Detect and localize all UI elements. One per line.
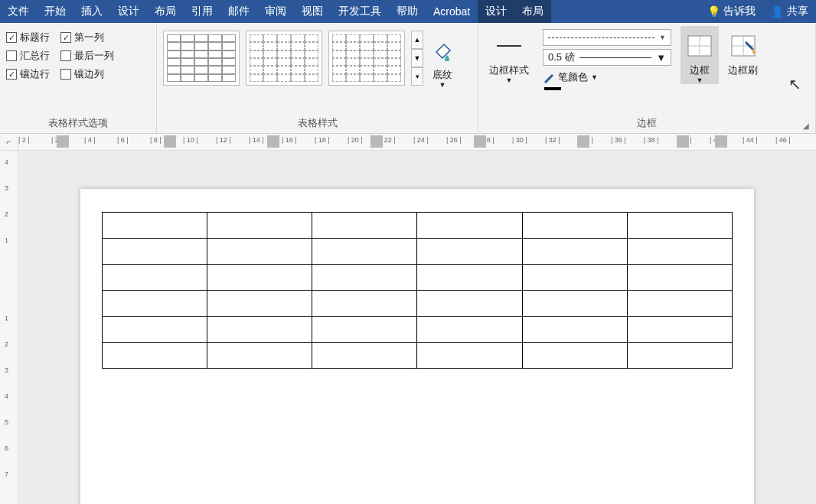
table-cell[interactable] (627, 265, 732, 291)
gallery-scroll-up[interactable]: ▲ (411, 31, 423, 49)
table-cell[interactable] (312, 343, 417, 369)
table-cell[interactable] (312, 239, 417, 265)
table-cell[interactable] (417, 213, 522, 239)
line-weight-select[interactable]: 0.5 磅 ▼ (543, 49, 671, 66)
gallery-more[interactable]: ▾ (411, 67, 423, 86)
line-style-select[interactable]: ▼ (543, 29, 671, 46)
table-row[interactable] (103, 343, 733, 369)
document-scroll-area[interactable] (18, 151, 816, 504)
table-cell[interactable] (103, 265, 207, 291)
check-total-row[interactable]: 汇总行 (6, 49, 50, 63)
column-marker[interactable] (370, 135, 383, 148)
table-row[interactable] (103, 213, 733, 239)
ruler-tick: | 4 | (84, 136, 96, 144)
table-cell[interactable] (627, 343, 732, 369)
table-cell[interactable] (207, 239, 312, 265)
tab-home[interactable]: 开始 (37, 0, 73, 23)
table-row[interactable] (103, 265, 733, 291)
table-cell[interactable] (207, 343, 312, 369)
share-button[interactable]: 👤 共享 (763, 0, 816, 23)
document-page[interactable] (80, 189, 754, 504)
column-marker[interactable] (715, 135, 727, 148)
table-cell[interactable] (522, 343, 627, 369)
check-banded-columns[interactable]: 镶边列 (60, 67, 104, 81)
tell-me[interactable]: 💡 告诉我 (700, 0, 763, 23)
table-cell[interactable] (207, 213, 312, 239)
table-cell[interactable] (103, 291, 207, 317)
table-cell[interactable] (312, 317, 417, 343)
table-cell[interactable] (417, 239, 522, 265)
table-row[interactable] (103, 317, 733, 343)
table-cell[interactable] (207, 291, 312, 317)
check-first-column[interactable]: ✓ 第一列 (60, 31, 104, 44)
ruler-tick: 6 (5, 444, 8, 452)
table-cell[interactable] (103, 317, 207, 343)
check-banded-rows[interactable]: ✓ 镶边行 (6, 67, 50, 81)
table-cell[interactable] (522, 239, 627, 265)
ruler-tick: 2 (5, 210, 8, 218)
check-header-row[interactable]: ✓ 标题行 (6, 31, 50, 44)
table-cell[interactable] (417, 291, 522, 317)
table-cell[interactable] (417, 317, 522, 343)
tab-developer[interactable]: 开发工具 (331, 0, 389, 23)
tab-review[interactable]: 审阅 (257, 0, 294, 23)
table-cell[interactable] (522, 265, 627, 291)
table-cell[interactable] (103, 343, 207, 369)
table-cell[interactable] (103, 213, 207, 239)
tab-help[interactable]: 帮助 (389, 0, 426, 23)
table-cell[interactable] (522, 291, 627, 317)
table-cell[interactable] (627, 291, 732, 317)
tab-design[interactable]: 设计 (110, 0, 147, 23)
table-cell[interactable] (207, 317, 312, 343)
pen-color-button[interactable]: 笔颜色 ▼ (543, 69, 671, 84)
border-styles-button[interactable]: 边框样式 ▼ (485, 26, 534, 84)
column-marker[interactable] (57, 135, 69, 148)
horizontal-ruler[interactable]: ⌐ | 2 || 2 || 4 || 6 || 8 || 10 || 12 ||… (0, 134, 816, 151)
tab-acrobat[interactable]: Acrobat (426, 0, 478, 23)
table-cell[interactable] (103, 239, 207, 265)
border-painter-label: 边框刷 (728, 64, 758, 76)
borders-button[interactable]: 边框 ▼ (681, 26, 719, 84)
table-cell[interactable] (522, 213, 627, 239)
tab-selector-icon[interactable]: ⌐ (0, 134, 18, 150)
column-marker[interactable] (577, 135, 589, 148)
ruler-tick: | 26 | (446, 136, 462, 144)
table-row[interactable] (103, 291, 733, 317)
vertical-ruler[interactable]: 43211234567 (0, 151, 18, 504)
tab-insert[interactable]: 插入 (73, 0, 110, 23)
table-cell[interactable] (522, 317, 627, 343)
tab-table-design[interactable]: 设计 (478, 0, 514, 23)
tab-table-layout[interactable]: 布局 (514, 0, 551, 23)
border-painter-button[interactable]: 边框刷 (723, 26, 762, 76)
ruler-tick: 1 (5, 314, 8, 322)
tab-view[interactable]: 视图 (294, 0, 331, 23)
table-style-thumb-1[interactable] (163, 31, 240, 86)
table-cell[interactable] (627, 239, 732, 265)
table-style-thumb-2[interactable] (246, 31, 322, 86)
table-row[interactable] (103, 239, 733, 265)
tab-layout[interactable]: 布局 (147, 0, 184, 23)
gallery-scroll-down[interactable]: ▼ (411, 49, 423, 67)
shading-button[interactable]: 底纹 ▼ (423, 31, 462, 89)
ruler-tick: | 46 | (775, 136, 791, 144)
ruler-tick: 4 (5, 158, 8, 166)
table-cell[interactable] (312, 213, 417, 239)
column-marker[interactable] (474, 135, 486, 148)
column-marker[interactable] (677, 135, 689, 148)
table-cell[interactable] (312, 291, 417, 317)
table-cell[interactable] (627, 317, 732, 343)
tab-file[interactable]: 文件 (0, 0, 37, 23)
table-cell[interactable] (417, 265, 522, 291)
column-marker[interactable] (164, 135, 176, 148)
tab-mailings[interactable]: 邮件 (220, 0, 257, 23)
table-cell[interactable] (627, 213, 732, 239)
dialog-launcher-icon[interactable]: ◢ (803, 122, 809, 130)
table-cell[interactable] (417, 343, 522, 369)
table-style-thumb-3[interactable] (328, 31, 405, 86)
column-marker[interactable] (267, 135, 279, 148)
tab-references[interactable]: 引用 (184, 0, 220, 23)
table-cell[interactable] (207, 265, 312, 291)
table-cell[interactable] (312, 265, 417, 291)
check-last-column[interactable]: 最后一列 (60, 49, 114, 63)
document-table[interactable] (102, 212, 733, 369)
